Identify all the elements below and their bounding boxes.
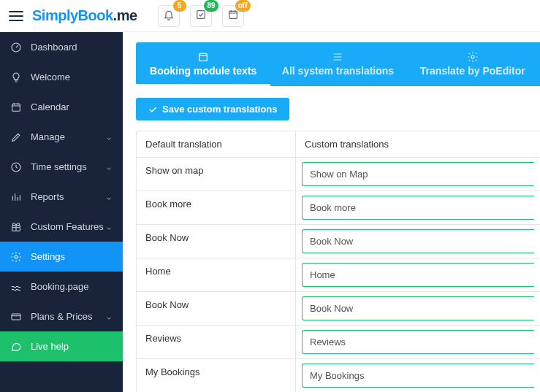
custom-translation-cell — [296, 158, 540, 191]
schedule-button[interactable]: off — [222, 5, 244, 27]
sidebar-item-label: Calendar — [31, 101, 69, 112]
check-icon — [148, 104, 158, 115]
custom-translation-cell — [296, 258, 540, 291]
tab-label: All system translations — [282, 65, 394, 77]
table-row: Reviews — [137, 326, 540, 359]
sidebar-item-calendar[interactable]: Calendar — [0, 92, 123, 122]
gear-icon — [467, 51, 479, 63]
bulb-icon — [10, 72, 22, 83]
calendar-icon — [197, 51, 209, 63]
chevron-down-icon — [105, 164, 113, 171]
wave-icon — [10, 281, 22, 293]
pencil-icon — [10, 131, 22, 143]
custom-translation-cell — [296, 225, 540, 258]
sidebar-item-label: Custom Features — [31, 221, 104, 232]
card-icon — [10, 311, 22, 323]
default-translation-cell: Reviews — [137, 326, 296, 358]
save-button-label: Save custom translations — [162, 104, 278, 115]
save-wrap: Save custom translations — [136, 86, 540, 131]
custom-translation-cell — [296, 292, 540, 325]
default-translation-cell: Book Now — [137, 225, 296, 258]
default-translation-cell: Home — [137, 258, 296, 291]
translations-table: Default translation Custom translations … — [136, 131, 540, 392]
tasks-button[interactable]: 89 — [190, 5, 212, 27]
sidebar-item-label: Reports — [31, 191, 64, 202]
topbar: SimplyBook.me 5 89 off — [0, 0, 540, 32]
sidebar-item-time-settings[interactable]: Time settings — [0, 152, 123, 182]
svg-point-6 — [15, 255, 18, 258]
svg-rect-0 — [197, 11, 205, 19]
custom-translation-input[interactable] — [302, 229, 534, 253]
sidebar-item-label: Time settings — [31, 161, 87, 172]
sidebar-item-booking-page[interactable]: Booking.page — [0, 272, 123, 301]
chevron-down-icon — [105, 313, 113, 320]
notifications-badge: 5 — [173, 0, 186, 12]
logo-brand: SimplyBook — [32, 7, 113, 23]
tasks-badge: 89 — [204, 0, 218, 12]
svg-rect-8 — [199, 53, 208, 61]
chart-icon — [10, 191, 22, 203]
notifications-button[interactable]: 5 — [158, 5, 180, 27]
table-row: Show on map — [137, 158, 540, 191]
sidebar-item-label: Booking.page — [31, 281, 89, 292]
sidebar-item-welcome[interactable]: Welcome — [0, 62, 123, 92]
default-translation-cell: My Bookings — [137, 359, 296, 392]
custom-translation-input[interactable] — [302, 263, 534, 287]
sidebar-item-custom-features[interactable]: Custom Features — [0, 212, 123, 242]
tab-label: Translate by PoEditor — [420, 65, 525, 77]
logo[interactable]: SimplyBook.me — [32, 7, 137, 24]
tab-all-system-translations[interactable]: All system translations — [270, 42, 405, 86]
table-row: Home — [137, 258, 540, 292]
tabs: Booking module texts All system translat… — [136, 42, 540, 86]
chevron-down-icon — [105, 193, 113, 201]
layout: DashboardWelcomeCalendarManageTime setti… — [0, 32, 540, 392]
svg-rect-7 — [12, 314, 20, 320]
calendar-icon — [10, 101, 22, 113]
checkbox-icon — [195, 9, 207, 23]
chat-icon — [10, 341, 22, 353]
sidebar-item-label: Welcome — [31, 72, 70, 82]
gear-icon — [10, 251, 22, 263]
tab-booking-module-texts[interactable]: Booking module texts — [136, 42, 270, 86]
sidebar-item-label: Plans & Prices — [31, 311, 93, 322]
sidebar-item-label: Settings — [31, 251, 65, 262]
save-button[interactable]: Save custom translations — [136, 98, 289, 120]
gauge-icon — [10, 42, 22, 53]
sidebar-item-live-help[interactable]: Live help — [0, 331, 123, 361]
sidebar-item-dashboard[interactable]: Dashboard — [0, 32, 123, 62]
sidebar-item-reports[interactable]: Reports — [0, 182, 123, 212]
sidebar-item-plans-prices[interactable]: Plans & Prices — [0, 301, 123, 331]
default-translation-cell: Book more — [137, 191, 296, 224]
sidebar: DashboardWelcomeCalendarManageTime setti… — [0, 32, 123, 392]
chevron-down-icon — [105, 223, 113, 231]
table-row: Book more — [137, 191, 540, 225]
custom-translation-cell — [296, 359, 540, 392]
table-header-row: Default translation Custom translations — [137, 131, 540, 158]
custom-translation-input[interactable] — [302, 296, 534, 320]
table-body: Show on mapBook moreBook NowHomeBook Now… — [137, 158, 540, 392]
list-icon — [332, 51, 343, 63]
gift-icon — [10, 221, 22, 233]
custom-translation-input[interactable] — [302, 364, 534, 388]
th-custom: Custom translations — [296, 131, 540, 157]
svg-point-9 — [471, 55, 474, 58]
calendar-off-icon — [227, 9, 239, 23]
menu-toggle[interactable] — [9, 11, 23, 21]
custom-translation-input[interactable] — [302, 196, 534, 220]
custom-translation-cell — [296, 191, 540, 224]
sidebar-item-label: Manage — [31, 131, 65, 142]
svg-rect-3 — [12, 104, 20, 111]
sidebar-item-label: Live help — [31, 341, 69, 352]
clock-icon — [10, 161, 22, 173]
chevron-down-icon — [105, 134, 113, 141]
tab-label: Booking module texts — [150, 65, 256, 77]
default-translation-cell: Show on map — [137, 158, 296, 191]
svg-rect-1 — [229, 11, 237, 18]
custom-translation-input[interactable] — [302, 162, 534, 186]
sidebar-item-settings[interactable]: Settings — [0, 242, 123, 272]
tab-translate-by-poeditor[interactable]: Translate by PoEditor — [406, 42, 540, 86]
logo-suffix: .me — [113, 7, 137, 23]
schedule-badge: off — [235, 0, 251, 12]
custom-translation-input[interactable] — [302, 330, 534, 354]
sidebar-item-manage[interactable]: Manage — [0, 122, 123, 152]
